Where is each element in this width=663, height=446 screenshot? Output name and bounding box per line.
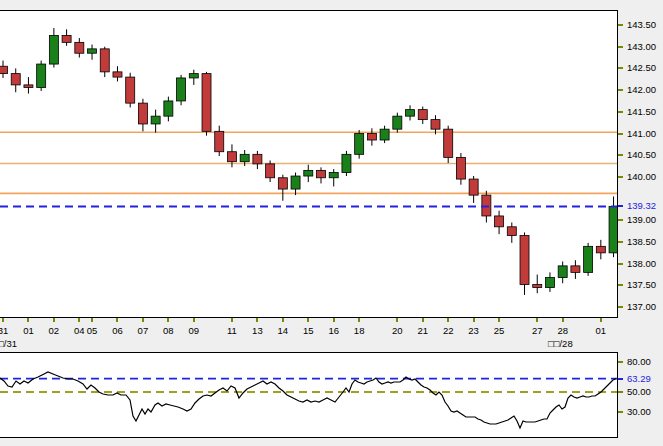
date-axis-label: 01 [15,325,41,336]
date-axis-label: 18 [346,325,372,336]
candle-bear[interactable] [317,170,326,177]
price-axis-tick [618,89,623,91]
candle-bear[interactable] [431,120,440,130]
price-chart-panel[interactable] [0,10,618,318]
candle-bull[interactable] [164,101,173,116]
candle-bear[interactable] [113,72,122,77]
candle-bull[interactable] [37,64,46,87]
candle-bull[interactable] [189,74,198,78]
date-axis-label: 04 [66,325,92,336]
date-axis-tick [78,318,80,322]
date-axis-tick [447,318,449,322]
date-axis-tick [256,318,258,322]
candle-bull[interactable] [304,170,313,176]
price-axis-label: 143.50 [627,19,656,30]
oscillator-axis-label: 63.29 [627,373,651,384]
candle-bear[interactable] [0,66,8,73]
price-axis-tick [618,154,623,156]
candle-bear[interactable] [253,154,262,164]
price-axis-label: 140.00 [627,171,656,182]
candle-bear[interactable] [266,164,275,178]
price-axis-label: 141.00 [627,128,656,139]
candle-bull[interactable] [291,176,300,189]
oscillator-axis-tick [618,391,623,393]
date-axis-label: 05 [79,325,105,336]
candle-bear[interactable] [202,74,211,132]
candle-bear[interactable] [495,216,504,227]
candle-bear[interactable] [24,85,33,88]
date-axis-tick [536,318,538,322]
oscillator-plot[interactable] [0,353,617,437]
candle-bear[interactable] [507,227,516,236]
price-axis-tick [618,24,623,26]
price-axis-tick [618,67,623,69]
candle-bull[interactable] [558,266,567,278]
date-axis-sublabel: □□/28 [548,338,573,349]
candlestick-plot[interactable] [0,11,617,317]
date-axis-label: 06 [104,325,130,336]
candle-bear[interactable] [456,157,465,179]
candle-bull[interactable] [584,246,593,272]
date-axis-label: 11 [219,325,245,336]
candle-bear[interactable] [533,285,542,288]
date-axis-tick [142,318,144,322]
candle-bull[interactable] [88,49,97,53]
oscillator-line [0,372,616,428]
price-axis-label: 141.50 [627,106,656,117]
candle-bear[interactable] [444,129,453,157]
candle-bull[interactable] [355,134,364,155]
candle-bull[interactable] [240,154,249,161]
date-axis-tick [91,318,93,322]
candle-bull[interactable] [380,129,389,140]
candle-bear[interactable] [138,103,147,124]
candle-bear[interactable] [126,77,135,103]
price-axis-tick [618,306,623,308]
candle-bear[interactable] [418,110,427,120]
date-axis-tick [193,318,195,322]
price-axis-tick [618,284,623,286]
candle-bull[interactable] [329,173,338,178]
candle-bear[interactable] [571,266,580,273]
price-axis-tick [618,263,623,265]
trading-chart-window: 143.50143.00142.50142.00141.50141.00140.… [0,0,663,446]
price-axis-label: 138.00 [627,258,656,269]
date-axis-tick [333,318,335,322]
candle-bull[interactable] [49,35,58,64]
date-axis-tick [396,318,398,322]
candle-bull[interactable] [545,278,554,288]
candle-bear[interactable] [227,152,236,162]
candle-bear[interactable] [520,235,529,284]
price-axis-tick [618,111,623,113]
date-axis-tick [116,318,118,322]
oscillator-axis-label: 30.00 [627,406,651,417]
date-axis-sublabel: □/31 [0,338,17,349]
date-axis-tick [2,318,4,322]
date-axis-tick [167,318,169,322]
candle-bull[interactable] [609,206,617,252]
candle-bear[interactable] [75,42,84,53]
candle-bear[interactable] [100,49,109,72]
price-axis-label: 137.00 [627,301,656,312]
date-axis-tick [307,318,309,322]
price-axis-tick [618,176,623,178]
price-axis-tick [618,133,623,135]
date-axis-label: 13 [244,325,270,336]
candle-bear[interactable] [215,131,224,151]
candle-bear[interactable] [278,178,287,189]
oscillator-panel[interactable] [0,352,618,438]
candle-bear[interactable] [62,35,71,42]
candle-bull[interactable] [406,110,415,117]
date-axis-tick [53,318,55,322]
candle-bull[interactable] [151,116,160,124]
oscillator-axis-label: 80.00 [627,356,651,367]
candle-bear[interactable] [469,179,478,195]
candle-bull[interactable] [342,154,351,172]
date-axis-tick [231,318,233,322]
date-axis-label: 21 [410,325,436,336]
candle-bull[interactable] [393,116,402,129]
candle-bear[interactable] [367,134,376,141]
date-axis-label: 07 [130,325,156,336]
candle-bear[interactable] [596,246,605,253]
candle-bear[interactable] [11,74,20,85]
candle-bull[interactable] [177,78,186,101]
